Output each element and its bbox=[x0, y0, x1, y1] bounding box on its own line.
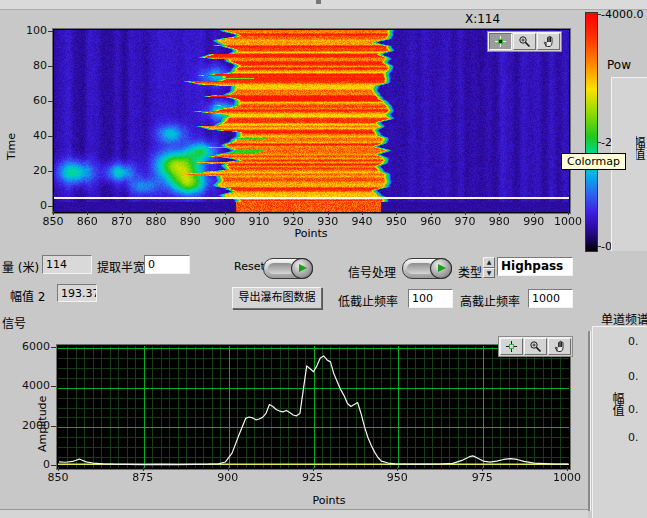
tick-mark bbox=[313, 467, 314, 471]
tick-label: 950 bbox=[381, 471, 413, 484]
tick-label: 880 bbox=[142, 215, 170, 228]
tick-mark bbox=[328, 211, 329, 215]
tick-label: 900 bbox=[211, 215, 239, 228]
signal-processing-toggle[interactable] bbox=[402, 258, 452, 279]
tick-mark bbox=[122, 211, 123, 215]
signal-section-label: 信号 bbox=[2, 314, 26, 331]
filter-type-combo[interactable]: Highpass bbox=[497, 257, 573, 276]
tick-mark bbox=[87, 211, 88, 215]
bottom-graph-palette bbox=[498, 336, 573, 357]
tick-label: 0. bbox=[628, 403, 647, 416]
top-strip bbox=[0, 0, 647, 10]
tick-label: 925 bbox=[297, 471, 329, 484]
cursor-tool-button[interactable] bbox=[500, 338, 523, 355]
tick-label: 2000 bbox=[18, 419, 50, 432]
tick-label: 4000 bbox=[18, 379, 50, 392]
tick-mark bbox=[567, 467, 568, 471]
tick-mark bbox=[228, 467, 229, 471]
pan-tool-button[interactable] bbox=[548, 338, 571, 355]
signal-plot[interactable] bbox=[56, 344, 571, 470]
halfwidth-input[interactable]: 0 bbox=[144, 255, 190, 274]
tick-label: 960 bbox=[417, 215, 445, 228]
tick-mark bbox=[51, 347, 56, 348]
spectrum-panel-side-label: 幅值 bbox=[612, 392, 626, 424]
low-cutoff-input[interactable]: 100 bbox=[408, 289, 453, 308]
tick-label: 80 bbox=[15, 59, 47, 72]
tick-label: 910 bbox=[245, 215, 273, 228]
waterfall-canvas[interactable] bbox=[54, 30, 569, 212]
tick-mark bbox=[51, 426, 56, 427]
top-graph-xlabel: Points bbox=[280, 227, 342, 240]
spinner-up-icon[interactable]: ▲ bbox=[483, 257, 495, 268]
tick-mark bbox=[397, 467, 398, 471]
cursor-tool-button[interactable] bbox=[489, 33, 512, 50]
bottom-strip bbox=[0, 509, 588, 518]
tick-label: 850 bbox=[39, 215, 67, 228]
zoom-tool-button[interactable] bbox=[524, 338, 547, 355]
tick-label: 20 bbox=[15, 164, 47, 177]
tick-label: 0 bbox=[18, 458, 50, 471]
tick-label: 970 bbox=[451, 215, 479, 228]
tick-mark bbox=[499, 211, 500, 215]
tick-mark bbox=[48, 31, 53, 32]
tick-label: 870 bbox=[108, 215, 136, 228]
tick-label: 930 bbox=[314, 215, 342, 228]
pan-tool-button[interactable] bbox=[537, 33, 560, 50]
tick-mark bbox=[48, 171, 53, 172]
tick-mark bbox=[48, 66, 53, 67]
high-cutoff-input[interactable]: 1000 bbox=[528, 289, 573, 308]
reset-toggle[interactable] bbox=[263, 258, 313, 279]
reset-label: Reset bbox=[234, 260, 265, 273]
tick-mark bbox=[259, 211, 260, 215]
tick-label: 900 bbox=[212, 471, 244, 484]
zoom-tool-icon bbox=[518, 35, 531, 48]
signal-canvas[interactable] bbox=[58, 346, 569, 468]
tick-mark bbox=[51, 386, 56, 387]
tick-label: 0. bbox=[628, 431, 647, 444]
low-cutoff-label: 低截止频率 bbox=[338, 292, 398, 309]
type-spinner[interactable]: ▲ ▼ bbox=[483, 257, 495, 278]
signal-processing-toggle-thumb[interactable] bbox=[430, 258, 452, 279]
tick-mark bbox=[482, 467, 483, 471]
cursor-tool-icon bbox=[505, 340, 518, 353]
tick-mark bbox=[48, 136, 53, 137]
type-label: 类型 bbox=[458, 263, 482, 280]
tick-mark bbox=[51, 465, 56, 466]
labview-front-panel: X:114 Time Points -4000.0 bbox=[0, 0, 647, 518]
tick-label: 1000 bbox=[551, 471, 583, 484]
tick-label: 0. bbox=[628, 370, 647, 383]
tick-mark bbox=[362, 211, 363, 215]
pan-tool-icon bbox=[542, 35, 555, 48]
cursor-readout: X:114 bbox=[455, 12, 510, 26]
amp2-indicator: 193.378 bbox=[57, 284, 97, 302]
tick-label: 980 bbox=[485, 215, 513, 228]
tick-label: 950 bbox=[382, 215, 410, 228]
high-cutoff-label: 高截止频率 bbox=[460, 292, 520, 309]
tick-mark bbox=[143, 467, 144, 471]
tick-mark bbox=[568, 211, 569, 215]
export-waterfall-button[interactable]: 导出瀑布图数据 bbox=[232, 287, 322, 309]
tick-label: 990 bbox=[520, 215, 548, 228]
colorbar[interactable] bbox=[585, 12, 598, 252]
tick-mark bbox=[190, 211, 191, 215]
colormap-tooltip: Colormap bbox=[561, 153, 626, 170]
tick-mark bbox=[534, 211, 535, 215]
power-panel-side-label: 幅值 bbox=[636, 136, 647, 166]
tick-mark bbox=[225, 211, 226, 215]
zoom-tool-icon bbox=[529, 340, 542, 353]
waterfall-plot[interactable] bbox=[52, 28, 571, 214]
tick-mark bbox=[53, 211, 54, 215]
halfwidth-label: 提取半宽 bbox=[97, 258, 145, 275]
spinner-down-icon[interactable]: ▼ bbox=[483, 268, 495, 279]
zoom-tool-button[interactable] bbox=[513, 33, 536, 50]
tick-label: 975 bbox=[466, 471, 498, 484]
tick-label: 940 bbox=[348, 215, 376, 228]
reset-toggle-thumb[interactable] bbox=[291, 258, 313, 279]
tick-mark bbox=[48, 101, 53, 102]
tick-label: 920 bbox=[279, 215, 307, 228]
cursor-tool-icon bbox=[494, 35, 507, 48]
tick-mark bbox=[431, 211, 432, 215]
tick-label: 1000 bbox=[554, 215, 582, 228]
panel-divider bbox=[588, 331, 591, 511]
tick-label: 850 bbox=[42, 471, 74, 484]
